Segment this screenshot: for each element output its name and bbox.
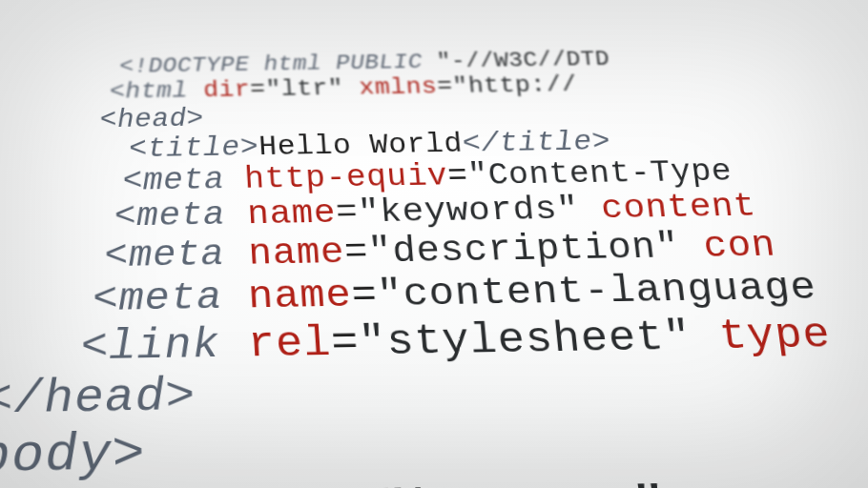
meta-tag: <meta bbox=[41, 275, 250, 323]
content-language-value: "content-language bbox=[376, 266, 819, 317]
title-open-tag: <title> bbox=[92, 132, 259, 165]
doctype-value: "-//W3C//DTD bbox=[436, 47, 611, 73]
dir-value: "ltr" bbox=[265, 75, 344, 102]
http-equiv-attr: http-equiv bbox=[243, 159, 449, 197]
meta-tag: <meta bbox=[81, 162, 245, 199]
type-attr: type bbox=[689, 311, 834, 361]
banner-value: "banner" bbox=[373, 476, 673, 488]
content-attr: content bbox=[577, 188, 758, 228]
stylesheet-value: "stylesheet" bbox=[358, 314, 695, 367]
name-attr: name bbox=[246, 194, 337, 234]
keywords-value: "keywords" bbox=[357, 191, 581, 232]
meta-tag: <meta bbox=[70, 196, 248, 236]
link-tag: <link bbox=[25, 320, 249, 372]
xmlns-value: "http:// bbox=[451, 71, 578, 99]
class-attr: class bbox=[154, 481, 341, 488]
title-text: Hello World bbox=[258, 129, 464, 163]
name-attr: name bbox=[247, 274, 353, 320]
body-open-tag: <body> bbox=[0, 425, 147, 487]
content-type-value: "Content-Type bbox=[466, 154, 734, 193]
xmlns-attr: xmlns bbox=[342, 73, 438, 100]
head-close-tag: </head> bbox=[0, 370, 197, 426]
description-value: "description" bbox=[367, 227, 683, 274]
head-open-tag: <head> bbox=[99, 104, 204, 134]
dir-attr: dir bbox=[203, 77, 251, 103]
code-block: <!DOCTYPE html PUBLIC "-//W3C//DTD <html… bbox=[0, 32, 866, 488]
meta-tag: <meta bbox=[56, 234, 250, 278]
rel-attr: rel bbox=[246, 319, 332, 369]
content-attr: con bbox=[677, 225, 778, 268]
html-tag-open: <html bbox=[110, 77, 204, 104]
title-close-tag: </title> bbox=[462, 126, 613, 159]
name-attr: name bbox=[247, 232, 345, 274]
